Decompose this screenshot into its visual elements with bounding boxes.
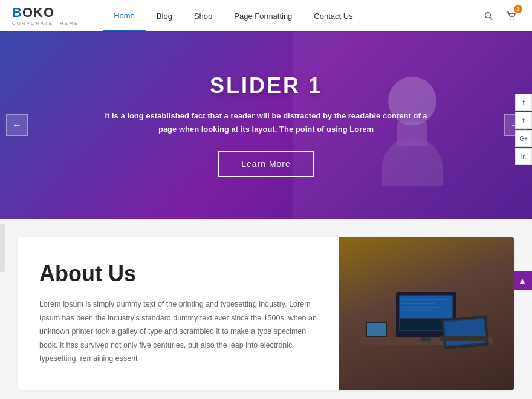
slider-cta-button[interactable]: Learn More	[218, 151, 314, 177]
slider-title: SLIDER 1	[103, 73, 429, 99]
nav-item-home[interactable]: Home	[103, 0, 146, 31]
cart-badge: 1	[514, 5, 522, 13]
linkedin-icon[interactable]: in	[515, 148, 532, 165]
logo-oko: OKO	[22, 5, 54, 20]
slider-description: It is a long established fact that a rea…	[103, 109, 429, 136]
logo-tagline: Corporate Theme	[12, 21, 79, 26]
logo-text: BOKO	[12, 6, 54, 19]
main-nav: Home Blog Shop Page Formatting Contact U…	[103, 0, 480, 31]
left-sidebar-hint	[0, 224, 5, 272]
svg-rect-14	[440, 336, 488, 341]
search-icon[interactable]	[480, 7, 497, 24]
slider-content: SLIDER 1 It is a long established fact t…	[54, 73, 478, 177]
about-title: About Us	[39, 261, 317, 287]
facebook-icon[interactable]: f	[515, 94, 532, 111]
header-icons: 1	[480, 7, 520, 24]
desk-svg	[348, 259, 505, 368]
desk-bg	[339, 237, 514, 390]
svg-rect-16	[367, 323, 386, 336]
cart-icon[interactable]: 1	[503, 7, 520, 24]
svg-point-3	[513, 19, 514, 20]
logo-b: B	[12, 5, 22, 20]
nav-item-contact-us[interactable]: Contact Us	[303, 0, 363, 31]
slider-prev-button[interactable]: ←	[6, 114, 28, 136]
about-card: About Us Lorem Ipsum is simply dummy tex…	[18, 237, 514, 390]
svg-rect-10	[415, 341, 437, 343]
scroll-top-button[interactable]: ▲	[513, 271, 532, 290]
twitter-icon[interactable]: t	[515, 112, 532, 129]
about-image	[339, 237, 514, 390]
nav-item-page-formatting[interactable]: Page Formatting	[223, 0, 303, 31]
about-text-section: About Us Lorem Ipsum is simply dummy tex…	[18, 237, 339, 390]
hero-slider: ← SLIDER 1 It is a long established fact…	[0, 31, 532, 219]
site-header: BOKO Corporate Theme Home Blog Shop Page…	[0, 0, 532, 31]
main-content: About Us Lorem Ipsum is simply dummy tex…	[0, 219, 532, 399]
nav-item-shop[interactable]: Shop	[183, 0, 223, 31]
logo[interactable]: BOKO Corporate Theme	[12, 6, 79, 26]
svg-rect-13	[444, 319, 485, 346]
svg-point-2	[510, 19, 511, 20]
about-body-text: Lorem Ipsum is simply dummy text of the …	[39, 297, 317, 366]
social-sidebar: f t G+ in	[515, 94, 532, 165]
nav-item-blog[interactable]: Blog	[146, 0, 183, 31]
google-plus-icon[interactable]: G+	[515, 130, 532, 147]
svg-line-1	[490, 18, 493, 20]
